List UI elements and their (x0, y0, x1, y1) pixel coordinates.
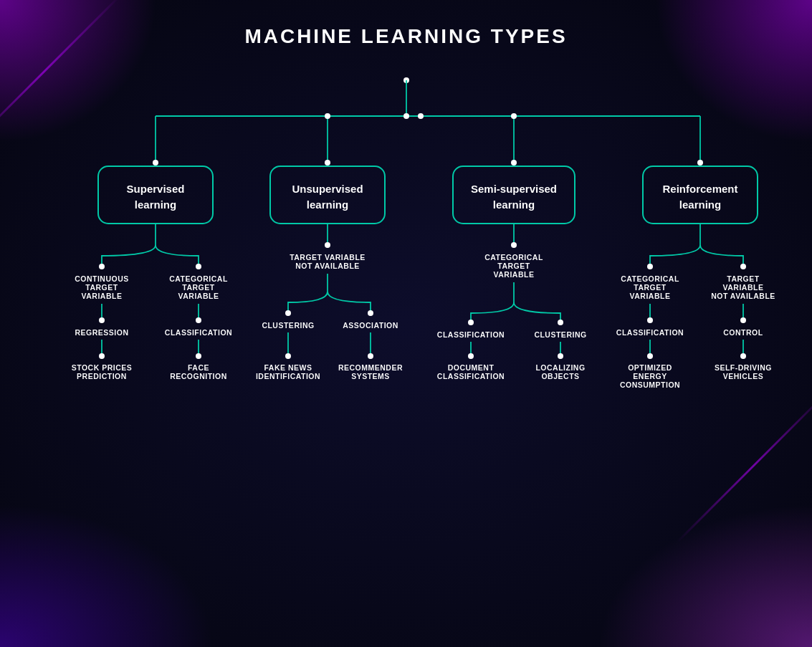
supervised-left-curve (102, 245, 156, 267)
reinforcement-right-curve (700, 245, 743, 267)
main-container: MACHINE LEARNING TYPES Supervised learni… (0, 0, 812, 647)
dot-cat-reinf (647, 264, 653, 269)
dot-association (368, 310, 373, 316)
lbl-stock1: STOCK PRICES (71, 363, 132, 372)
label-supervised2: learning (134, 198, 176, 211)
diagram-svg: Supervised learning Unsupervised learnin… (19, 55, 793, 614)
dot-classification-reinf (647, 317, 653, 323)
supervised-right-curve (156, 245, 199, 267)
reinforcement-left-curve (650, 245, 700, 267)
unsup-right (328, 292, 371, 313)
dot-semi (511, 160, 517, 166)
box-supervised (98, 166, 213, 224)
lbl-classification-sup: CLASSIFICATION (164, 328, 231, 337)
dot-continuous (99, 264, 105, 269)
lbl-fakenews1: FAKE NEWS (264, 363, 312, 372)
lbl-document1: DOCUMENT (447, 363, 494, 372)
dot-target-reinf (740, 264, 746, 269)
dot-semi-top (511, 113, 517, 119)
lbl-clustering-semi: CLUSTERING (534, 330, 586, 339)
lbl-cat-sup2: TARGET (182, 283, 214, 292)
lbl-optimized2: ENERGY (633, 372, 667, 380)
lbl-continuous2: TARGET (85, 283, 118, 292)
lbl-regression: REGRESSION (75, 328, 128, 337)
dot-target-var (325, 242, 330, 248)
lbl-association: ASSOCIATION (343, 321, 398, 330)
lbl-localizing2: OBJECTS (541, 372, 579, 380)
box-reinforcement (643, 166, 758, 224)
dot-recommender (368, 353, 373, 359)
dot-unsupervised-top (325, 113, 330, 119)
lbl-optimized1: OPTIMIZED (628, 363, 672, 372)
dot-cat-semi (511, 242, 517, 248)
lbl-optimized3: CONSUMPTION (619, 380, 679, 389)
lbl-face2: RECOGNITION (170, 372, 227, 380)
lbl-selfdriving1: SELF-DRIVING (714, 363, 771, 372)
dot-categorical-sup (196, 264, 201, 269)
lbl-face1: FACE (187, 363, 209, 372)
unsup-left (288, 292, 328, 313)
lbl-classification-reinf: CLASSIFICATION (616, 328, 683, 337)
label-unsupervised2: learning (306, 198, 348, 211)
lbl-continuous3: VARIABLE (81, 292, 122, 300)
dot-face (196, 353, 201, 359)
lbl-target1: TARGET VARIABLE (290, 253, 366, 262)
lbl-target-reinf2: VARIABLE (722, 283, 763, 292)
label-reinforcement2: learning (679, 198, 720, 211)
lbl-document2: CLASSIFICATION (436, 372, 504, 380)
lbl-classification-semi: CLASSIFICATION (436, 330, 504, 339)
lbl-target-reinf3: NOT AVAILABLE (711, 292, 775, 300)
lbl-localizing1: LOCALIZING (535, 363, 585, 372)
label-supervised: Supervised (126, 183, 184, 195)
lbl-selfdriving2: VEHICLES (722, 372, 763, 380)
page-title: MACHINE LEARNING TYPES (14, 14, 798, 48)
dot-control (740, 317, 746, 323)
label-semi2: learning (492, 198, 534, 211)
lbl-target-reinf1: TARGET (727, 274, 759, 283)
dot-clustering-unsup (285, 310, 291, 316)
dot-root-h2 (418, 113, 424, 119)
semi-right (514, 302, 560, 322)
dot-supervised (153, 160, 158, 166)
lbl-continuous1: CONTINUOUS (75, 274, 129, 283)
dot-fakenews (285, 353, 291, 359)
lbl-cat-semi3: VARIABLE (493, 270, 534, 279)
lbl-cat-sup1: CATEGORICAL (169, 274, 228, 283)
label-unsupervised: Unsupervised (292, 183, 363, 195)
box-unsupervised (270, 166, 385, 224)
dot-selfdriving (740, 353, 746, 359)
dot-classification-semi (468, 320, 474, 325)
label-reinforcement: Reinforcement (662, 183, 737, 195)
label-semi: Semi-supervised (470, 183, 556, 195)
lbl-stock2: PREDICTION (77, 372, 127, 380)
lbl-cat-semi1: CATEGORICAL (484, 253, 543, 262)
lbl-fakenews2: IDENTIFICATION (255, 372, 320, 380)
dot-unsupervised (325, 160, 330, 166)
dot-root-h (403, 113, 409, 119)
box-semi (453, 166, 575, 224)
dot-document (468, 353, 474, 359)
dot-stock (99, 353, 105, 359)
lbl-cat-reinf3: VARIABLE (629, 292, 670, 300)
lbl-cat-sup3: VARIABLE (178, 292, 219, 300)
lbl-control: CONTROL (723, 328, 763, 337)
lbl-cat-semi2: TARGET (497, 262, 530, 270)
dot-optimized (647, 353, 653, 359)
lbl-cat-reinf1: CATEGORICAL (621, 274, 679, 283)
dot-localizing (558, 353, 563, 359)
lbl-target2: NOT AVAILABLE (295, 262, 360, 270)
lbl-recommender1: RECOMMENDER (338, 363, 402, 372)
dot-regression (99, 317, 105, 323)
semi-left (471, 302, 514, 322)
lbl-recommender2: SYSTEMS (351, 372, 390, 380)
dot-reinforcement (697, 160, 703, 166)
dot-clustering-semi (558, 320, 563, 325)
lbl-clustering-unsup: CLUSTERING (262, 321, 314, 330)
lbl-cat-reinf2: TARGET (634, 283, 666, 292)
dot-classification-sup (196, 317, 201, 323)
